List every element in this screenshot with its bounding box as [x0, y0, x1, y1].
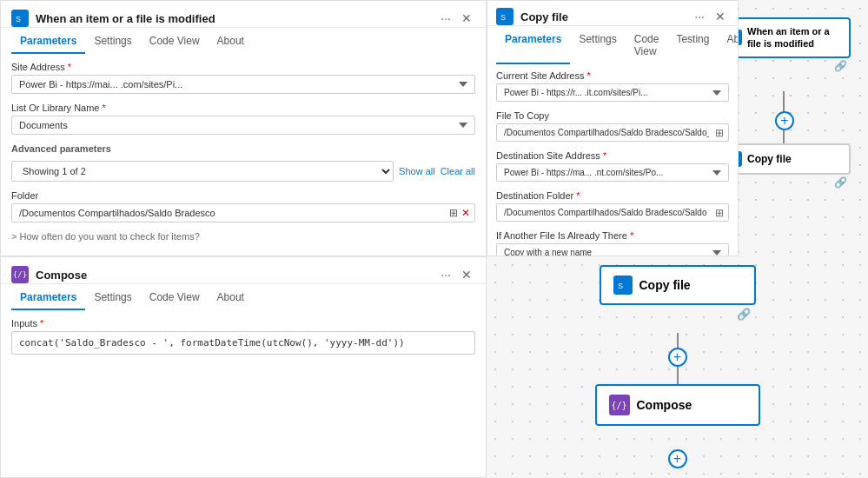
trigger-panel: S When an item or a file is modified ···…: [0, 0, 487, 256]
copy-file-icon: S: [496, 8, 514, 25]
compose-more-btn[interactable]: ···: [437, 266, 454, 283]
copy-tab-testing[interactable]: Testing: [667, 28, 718, 64]
list-library-group: List Or Library Name * Documents: [11, 103, 475, 135]
list-library-select[interactable]: Documents: [11, 116, 475, 135]
copy-large-link-icon: 🔗: [737, 308, 751, 321]
add-btn-2[interactable]: +: [668, 348, 687, 367]
dest-site-label: Destination Site Address *: [496, 150, 729, 161]
clear-all-btn[interactable]: Clear all: [441, 166, 475, 176]
trigger-icon: S: [11, 10, 29, 27]
copy-file-header: S Copy file ··· ✕: [487, 1, 738, 26]
current-site-select[interactable]: Power Bi - https://r... .it.com/sites/Pi…: [496, 83, 729, 102]
folder-label: Folder: [11, 190, 475, 201]
compose-node-box[interactable]: {/} Compose: [595, 384, 760, 426]
trigger-more-btn[interactable]: ···: [437, 10, 454, 27]
copy-tab-settings[interactable]: Settings: [570, 28, 625, 64]
compose-close-btn[interactable]: ✕: [458, 266, 475, 283]
copy-file-actions: ··· ✕: [691, 8, 729, 25]
folder-group: Folder ⊞ ✕: [11, 190, 475, 222]
canvas-copy-large: S Copy file 🔗: [600, 265, 756, 321]
compose-body: Inputs *: [1, 309, 486, 477]
trigger-close-btn[interactable]: ✕: [458, 10, 475, 27]
compose-actions: ··· ✕: [437, 266, 475, 283]
file-to-copy-input[interactable]: [496, 123, 729, 142]
trigger-tabs: Parameters Settings Code View About: [1, 30, 486, 53]
folder-icon-group: ⊞ ✕: [449, 207, 470, 219]
copy-file-panel: S Copy file ··· ✕ Parameters Settings Co…: [487, 0, 739, 256]
site-address-group: Site Address * Power Bi - https://mai...…: [11, 62, 475, 94]
hint-text: How often do you want to check for items…: [11, 231, 475, 242]
trigger-tab-codeview[interactable]: Code View: [141, 30, 209, 54]
inputs-label: Inputs *: [11, 318, 475, 329]
folder-clear-icon[interactable]: ✕: [461, 207, 470, 219]
compose-tab-about[interactable]: About: [209, 286, 253, 310]
advanced-label: Advanced parameters: [11, 143, 111, 154]
file-to-copy-group: File To Copy ⊞: [496, 110, 729, 142]
copy-large-box[interactable]: S Copy file: [600, 265, 756, 305]
trigger-node-label: When an item or a file is modified: [747, 25, 840, 50]
show-all-btn[interactable]: Show all: [399, 166, 435, 176]
current-site-label: Current Site Address *: [496, 70, 729, 81]
lower-canvas: S Copy file 🔗 + {/} Compose +: [487, 256, 868, 478]
add-btn-3[interactable]: +: [668, 449, 687, 468]
compose-tab-parameters[interactable]: Parameters: [11, 286, 85, 310]
trigger-title: When an item or a file is modified: [36, 12, 430, 25]
copy-file-more-btn[interactable]: ···: [691, 8, 708, 25]
dest-folder-label: Destination Folder *: [496, 190, 729, 201]
dest-folder-wrap: ⊞: [496, 203, 729, 222]
trigger-tab-parameters[interactable]: Parameters: [11, 30, 85, 54]
compose-icon: {/}: [11, 266, 29, 283]
dest-folder-input[interactable]: [496, 203, 729, 222]
copy-file-tabs: Parameters Settings Code View Testing Ab…: [487, 28, 738, 63]
copy-file-title: Copy file: [520, 10, 684, 23]
current-site-group: Current Site Address * Power Bi - https:…: [496, 70, 729, 102]
copy-tab-about[interactable]: About: [718, 28, 739, 64]
folder-input-wrap: ⊞ ✕: [11, 203, 475, 222]
svg-text:S: S: [16, 15, 21, 23]
copy-file-close-btn[interactable]: ✕: [712, 8, 729, 25]
copy-tab-codeview[interactable]: Code View: [626, 28, 668, 64]
compose-tab-codeview[interactable]: Code View: [141, 286, 209, 310]
trigger-header-actions: ··· ✕: [437, 10, 475, 27]
trigger-tab-settings[interactable]: Settings: [85, 30, 140, 54]
if-another-select[interactable]: Copy with a new name: [496, 243, 729, 256]
if-another-group: If Another File Is Already There * Copy …: [496, 230, 729, 256]
advanced-params-section: Advanced parameters: [11, 143, 475, 154]
site-address-label: Site Address *: [11, 62, 475, 72]
trigger-tab-about[interactable]: About: [209, 30, 253, 54]
compose-tab-settings[interactable]: Settings: [85, 286, 140, 310]
trigger-link-icon: 🔗: [834, 60, 847, 72]
copy-node-label: Copy file: [747, 153, 792, 165]
connector-4: [677, 367, 679, 384]
compose-panel-header: {/} Compose ··· ✕: [1, 257, 486, 284]
svg-text:S: S: [500, 13, 506, 22]
svg-text:S: S: [618, 282, 623, 290]
trigger-body: Site Address * Power Bi - https://mai...…: [1, 53, 486, 256]
folder-expand-icon[interactable]: ⊞: [449, 207, 458, 219]
site-address-select[interactable]: Power Bi - https://mai... .com/sites/Pi.…: [11, 75, 475, 94]
connector-2: [783, 130, 785, 143]
copy-tab-parameters[interactable]: Parameters: [496, 28, 570, 64]
inputs-field[interactable]: [11, 331, 475, 355]
site-address-input-wrap: Power Bi - https://mai... .com/sites/Pi.…: [11, 75, 475, 94]
dest-site-select[interactable]: Power Bi - https://ma... .nt.com/sites/P…: [496, 163, 729, 182]
params-row: Showing 1 of 2 Show all Clear all: [11, 161, 475, 182]
copy-link-icon: 🔗: [834, 176, 847, 189]
folder-input[interactable]: [11, 203, 475, 222]
compose-node-icon: {/}: [609, 395, 630, 415]
dest-folder-group: Destination Folder * ⊞: [496, 190, 729, 222]
compose-node-label: Compose: [637, 398, 692, 412]
canvas-area: S Copy file ··· ✕ Parameters Settings Co…: [487, 0, 868, 478]
copy-file-body: Current Site Address * Power Bi - https:…: [487, 63, 738, 256]
file-icon: ⊞: [715, 127, 724, 139]
list-library-label: List Or Library Name *: [11, 103, 475, 113]
if-another-label: If Another File Is Already There *: [496, 230, 729, 241]
dest-site-group: Destination Site Address * Power Bi - ht…: [496, 150, 729, 182]
inputs-group: Inputs *: [11, 318, 475, 355]
file-to-copy-wrap: ⊞: [496, 123, 729, 142]
copy-large-link: 🔗: [600, 308, 756, 321]
canvas-compose: {/} Compose: [595, 384, 760, 426]
params-select[interactable]: Showing 1 of 2: [11, 161, 394, 182]
copy-large-label: Copy file: [639, 278, 691, 292]
add-btn-1[interactable]: +: [775, 111, 794, 130]
